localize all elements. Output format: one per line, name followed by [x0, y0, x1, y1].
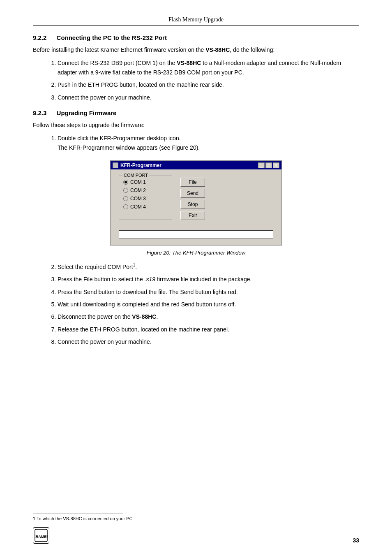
section-922-number: 9.2.2	[33, 34, 46, 41]
section-922-heading: 9.2.2 Connecting the PC to the RS-232 Po…	[33, 34, 359, 41]
s19-filename: .s19	[145, 276, 155, 283]
list-item: Connect the power on your machine.	[58, 93, 359, 102]
close-button[interactable]: ×	[273, 162, 279, 168]
page-number: 33	[353, 537, 359, 544]
page-header: Flash Memory Upgrade	[33, 16, 359, 26]
list-item: Connect the RS-232 DB9 port (COM 1) on t…	[58, 58, 359, 77]
list-item: Release the ETH PROG button, located on …	[58, 325, 359, 334]
section-923-title: Upgrading Firmware	[57, 109, 117, 116]
radio-button-com1[interactable]	[123, 180, 128, 185]
section-923-heading: 9.2.3 Upgrading Firmware	[33, 109, 359, 116]
kfr-window-container: KFR-Programmer _ □ × COM PORT COM 1	[33, 160, 359, 246]
list-item: Connect the power on your machine.	[58, 337, 359, 346]
figure-caption-text: Figure 20: The KFR-Programmer Window	[147, 250, 245, 256]
radio-button-com4[interactable]	[123, 204, 128, 209]
section-923-intro: Follow these steps to upgrade the firmwa…	[33, 120, 359, 130]
stop-button[interactable]: Stop	[180, 200, 205, 209]
radio-com1[interactable]: COM 1	[123, 179, 166, 185]
restore-button[interactable]: □	[265, 162, 272, 168]
kfr-programmer-window: KFR-Programmer _ □ × COM PORT COM 1	[110, 160, 282, 246]
kramer-logo-container: KRAMER	[33, 527, 49, 544]
section-923-list: Double click the KFR-Programmer desktop …	[58, 134, 359, 152]
list-item: Press the File button to select the .s19…	[58, 275, 359, 284]
list-item: Disconnect the power on the VS-88HC.	[58, 312, 359, 321]
footnote-ref: 1	[133, 263, 136, 267]
vs88hc-bold-1: VS-88HC	[205, 46, 230, 53]
com1-label: COM 1	[130, 179, 146, 185]
radio-com2[interactable]: COM 2	[123, 188, 166, 193]
list-item: Double click the KFR-Programmer desktop …	[58, 134, 359, 152]
titlebar-left: KFR-Programmer	[113, 162, 161, 168]
radio-button-com3[interactable]	[123, 196, 128, 201]
section-923-number: 9.2.3	[33, 109, 46, 116]
kfr-app-icon	[113, 162, 118, 168]
section-922-list: Connect the RS-232 DB9 port (COM 1) on t…	[58, 58, 359, 102]
com-port-group: COM PORT COM 1 COM 2 COM 3	[119, 176, 172, 220]
header-title: Flash Memory Upgrade	[168, 16, 224, 23]
footnote-divider	[33, 514, 123, 514]
kfr-titlebar: KFR-Programmer _ □ ×	[111, 161, 281, 169]
footnote-text: 1 To which the VS-88HC is connected on y…	[33, 516, 133, 521]
minimize-button[interactable]: _	[258, 162, 265, 168]
radio-button-com2[interactable]	[123, 188, 128, 193]
com-port-legend: COM PORT	[122, 173, 149, 178]
com2-label: COM 2	[130, 188, 146, 193]
kfr-buttons-panel: File Send Stop Exit	[180, 176, 205, 220]
file-button[interactable]: File	[180, 178, 205, 187]
titlebar-controls[interactable]: _ □ ×	[258, 162, 279, 168]
list-item: Select the required COM Port1.	[58, 262, 359, 271]
com4-label: COM 4	[130, 204, 146, 210]
send-button[interactable]: Send	[180, 189, 205, 198]
list-item: Wait until downloading is completed and …	[58, 300, 359, 309]
list-item: Push in the ETH PROG button, located on …	[58, 80, 359, 89]
exit-button[interactable]: Exit	[180, 211, 205, 220]
kfr-title: KFR-Programmer	[120, 162, 161, 168]
kramer-logo-svg: KRAMER	[35, 529, 48, 542]
page-footer: 1 To which the VS-88HC is connected on y…	[33, 514, 359, 544]
list-item: Press the Send button to download the fi…	[58, 287, 359, 297]
vs88hc-bold-3: VS-88HC	[132, 313, 156, 320]
com3-label: COM 3	[130, 196, 146, 202]
kfr-body: COM PORT COM 1 COM 2 COM 3	[111, 169, 281, 228]
progress-bar	[119, 230, 273, 239]
section-922-intro: Before installing the latest Kramer Ethe…	[33, 45, 359, 54]
radio-com3[interactable]: COM 3	[123, 196, 166, 202]
figure-caption: Figure 20: The KFR-Programmer Window	[33, 250, 359, 256]
section-923-list-continued: Select the required COM Port1. Press the…	[58, 262, 359, 346]
footnote-content: To which the VS-88HC is connected on you…	[37, 516, 133, 521]
kfr-bottom	[111, 230, 281, 245]
vs88hc-bold-2: VS-88HC	[177, 60, 201, 66]
section-922-title: Connecting the PC to the RS-232 Port	[57, 34, 167, 41]
footer-left: 1 To which the VS-88HC is connected on y…	[33, 514, 133, 544]
svg-text:KRAMER: KRAMER	[35, 535, 48, 539]
footnote-number: 1	[33, 516, 37, 521]
kramer-logo: KRAMER	[33, 527, 49, 544]
radio-com4[interactable]: COM 4	[123, 204, 166, 210]
